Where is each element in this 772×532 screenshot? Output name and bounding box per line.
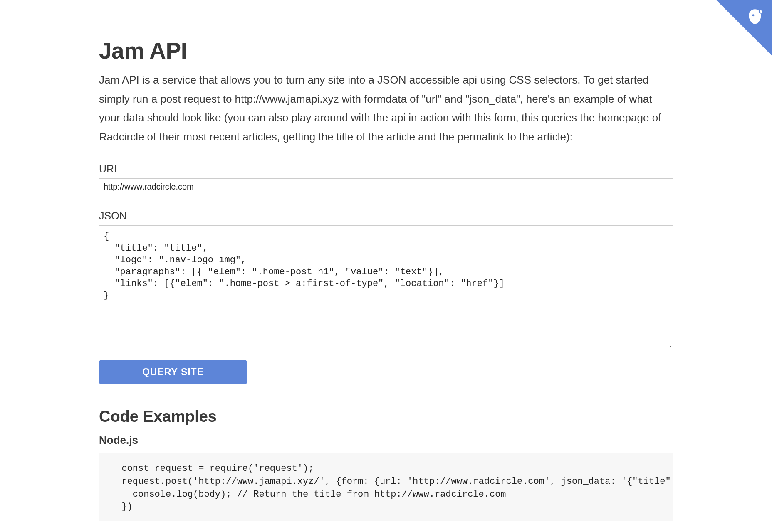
nodejs-heading: Node.js <box>99 434 673 447</box>
url-label: URL <box>99 163 673 175</box>
corner-ribbon[interactable] <box>693 0 772 79</box>
nodejs-code-block: const request = require('request'); requ… <box>99 453 673 521</box>
page-title: Jam API <box>99 37 673 64</box>
json-input[interactable] <box>99 225 673 348</box>
url-input[interactable] <box>99 178 673 195</box>
json-label: JSON <box>99 210 673 222</box>
query-site-button[interactable]: QUERY SITE <box>99 360 247 384</box>
svg-point-0 <box>752 14 754 16</box>
mascot-icon <box>745 7 765 27</box>
page-description: Jam API is a service that allows you to … <box>99 71 673 146</box>
code-examples-heading: Code Examples <box>99 408 673 426</box>
